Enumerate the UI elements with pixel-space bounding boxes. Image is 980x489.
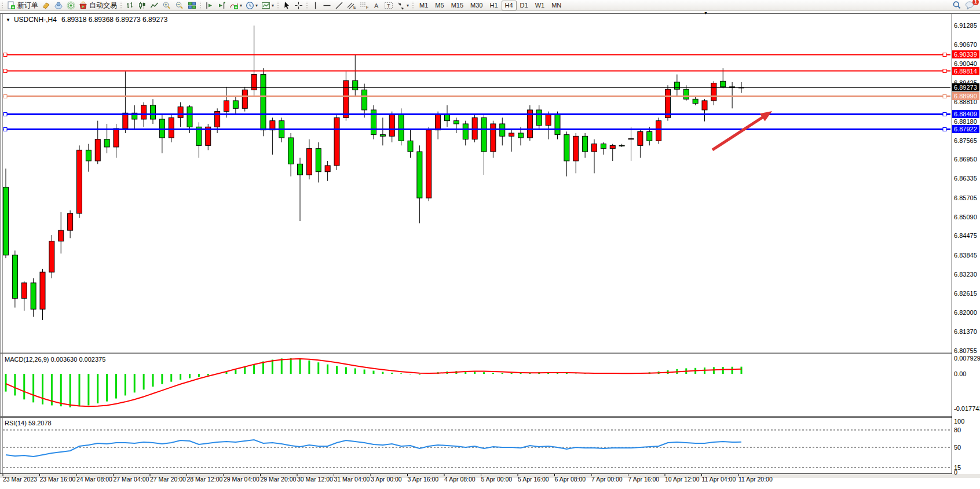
time-axis-label: 7 Apr 00:00: [591, 476, 623, 483]
bar-chart-icon: [126, 1, 134, 10]
macd-axis-label: 0.00: [954, 370, 966, 378]
bar-chart-button[interactable]: [124, 1, 136, 10]
price-tick-label: 6.82000: [954, 309, 977, 317]
line-chart-icon: [150, 1, 159, 10]
community-icon: [54, 1, 63, 10]
templates-icon: [261, 1, 270, 10]
text-button[interactable]: A: [371, 1, 382, 10]
time-axis-label: 29 Mar 04:00: [224, 476, 259, 483]
price-tick-label: 6.85705: [954, 194, 977, 202]
horizontal-line-icon: [323, 1, 331, 10]
price-line-label: 6.88409: [952, 110, 979, 118]
toolbar-grip[interactable]: [412, 1, 415, 9]
indicators-button[interactable]: ▾: [228, 1, 244, 10]
macd-axis-label: 0.007929: [954, 355, 980, 362]
price-tick-label: 6.83230: [954, 271, 977, 278]
chevron-down-icon: ▾: [240, 3, 242, 8]
time-axis-label: 23 Mar 16:00: [40, 476, 76, 483]
time-axis-label: 7 Apr 16:00: [628, 476, 660, 483]
macd-label: MACD(12,26,9) 0.003630 0.002375: [5, 356, 105, 363]
time-axis-label: 30 Mar 12:00: [297, 476, 333, 483]
tf-button-M15[interactable]: M15: [448, 1, 467, 10]
time-axis-label: 28 Mar 12:00: [187, 476, 223, 483]
price-line-label: 6.89273: [952, 83, 979, 91]
line-chart-button[interactable]: [148, 1, 160, 10]
price-tick-label: 6.86335: [954, 175, 977, 182]
search-icon: [952, 1, 961, 10]
time-axis-label: 29 Mar 20:00: [261, 476, 297, 483]
time-axis-label: 27 Mar 20:00: [150, 476, 186, 483]
zoom-in-button[interactable]: [160, 1, 173, 10]
chevron-down-icon: ▾: [272, 3, 274, 8]
time-axis-label: 6 Apr 08:00: [555, 476, 586, 483]
tf-button-W1[interactable]: W1: [532, 1, 548, 10]
toolbar-grip[interactable]: [199, 1, 202, 9]
tile-windows-button[interactable]: [186, 1, 198, 10]
price-line-label: 6.89814: [952, 67, 979, 75]
main-toolbar: 新订单 自动交易: [0, 0, 980, 11]
periods-button[interactable]: ▾: [244, 1, 259, 10]
toolbar-grip[interactable]: [277, 1, 280, 9]
time-axis-label: 11 Apr 20:00: [738, 476, 773, 483]
new-order-label: 新订单: [17, 1, 38, 10]
candlestick-button[interactable]: [136, 1, 148, 10]
auto-scroll-button[interactable]: [203, 1, 215, 10]
auto-trading-label: 自动交易: [89, 1, 117, 10]
tf-button-MN[interactable]: MN: [548, 1, 565, 10]
community-button[interactable]: [52, 1, 65, 10]
new-order-icon: [7, 1, 16, 10]
text-label-icon: T: [384, 1, 393, 10]
tf-button-D1[interactable]: D1: [517, 1, 532, 10]
tf-button-M30[interactable]: M30: [467, 1, 486, 10]
tf-button-M5[interactable]: M5: [432, 1, 447, 10]
price-line-label: 6.88990: [952, 92, 979, 100]
tf-button-H1[interactable]: H1: [486, 1, 501, 10]
vertical-line-button[interactable]: [310, 1, 321, 10]
toolbar-grip[interactable]: [120, 1, 123, 9]
chart-shift-marker-icon[interactable]: ▼: [704, 11, 708, 15]
tf-button-M1[interactable]: M1: [416, 1, 432, 10]
time-axis-label: 27 Mar 04:00: [114, 476, 149, 483]
search-button[interactable]: [950, 1, 963, 10]
cursor-button[interactable]: [281, 1, 292, 10]
toolbar-grip[interactable]: [306, 1, 309, 9]
rsi-axis-label: 0: [954, 469, 957, 476]
channel-button[interactable]: E: [345, 1, 358, 10]
price-tick-label: 6.84475: [954, 232, 977, 240]
zoom-in-icon: [162, 1, 171, 10]
auto-trading-icon: [79, 1, 87, 10]
arrows-button[interactable]: ▾: [395, 1, 411, 10]
price-tick-label: 6.86950: [954, 156, 977, 163]
signals-button[interactable]: [65, 1, 77, 10]
rsi-axis-label: 50: [954, 444, 961, 451]
fibonacci-button[interactable]: F: [358, 1, 371, 10]
price-tick-label: 6.81370: [954, 328, 977, 336]
trendline-button[interactable]: [333, 1, 345, 10]
macd-axis-label: -0.017743: [954, 405, 980, 413]
messages-button[interactable]: 1: [963, 1, 977, 10]
time-axis-label: 5 Apr 00:00: [481, 476, 513, 483]
chart-shift-icon: [217, 1, 226, 10]
text-label-button[interactable]: T: [382, 1, 395, 10]
chart-shift-button[interactable]: [215, 1, 228, 10]
gold-badge-button[interactable]: [40, 1, 52, 10]
price-tick-label: 6.82615: [954, 290, 977, 297]
zoom-out-button[interactable]: [173, 1, 186, 10]
horizontal-line-button[interactable]: [321, 1, 333, 10]
tile-windows-icon: [188, 1, 196, 10]
cursor-icon: [283, 1, 291, 10]
chevron-down-icon: ▾: [255, 3, 258, 8]
chart-canvas[interactable]: [0, 11, 980, 485]
text-icon: A: [372, 1, 381, 10]
templates-button[interactable]: ▾: [259, 1, 276, 10]
tf-button-H4[interactable]: H4: [502, 1, 517, 10]
crosshair-button[interactable]: [292, 1, 305, 10]
new-order-button[interactable]: 新订单: [5, 1, 40, 10]
signals-icon: [67, 1, 75, 10]
time-axis-label: 10 Apr 12:00: [665, 476, 700, 483]
arrows-icon: [397, 1, 405, 10]
toolbar-grip[interactable]: [1, 1, 4, 9]
auto-trading-button[interactable]: 自动交易: [77, 1, 119, 10]
svg-text:F: F: [366, 5, 368, 9]
price-tick-label: 6.90670: [954, 41, 977, 49]
